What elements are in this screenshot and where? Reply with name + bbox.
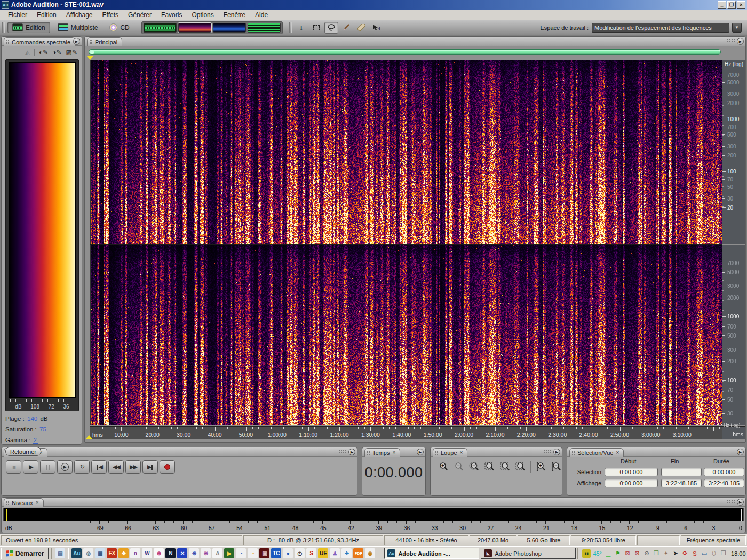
- sbp-app-icon[interactable]: S: [306, 548, 316, 558]
- zoom-tab-close-icon[interactable]: ×: [460, 450, 463, 455]
- audio-pause-indicator-icon[interactable]: ▮▮: [582, 549, 591, 558]
- media-ring-app-icon[interactable]: ◎: [83, 548, 93, 558]
- spectral-phase-display-view[interactable]: [248, 23, 281, 33]
- spot-healing-brush-tool[interactable]: [354, 22, 368, 34]
- spectral-color-gradient[interactable]: [9, 62, 76, 398]
- timeline-ruler[interactable]: hms10:0020:0030:0040:0050:001:00:001:10:…: [90, 426, 722, 439]
- calculator-icon[interactable]: ▦: [95, 548, 105, 558]
- time-selection-tool[interactable]: I: [295, 22, 308, 34]
- start-button[interactable]: Démarrer: [1, 548, 49, 559]
- waveform-display-view[interactable]: [144, 23, 177, 33]
- green-media-app-icon[interactable]: ▶: [224, 548, 234, 558]
- selection-tab-close-icon[interactable]: ×: [616, 450, 619, 455]
- word-icon[interactable]: W: [142, 548, 152, 558]
- media-player-icon[interactable]: ◉: [365, 548, 375, 558]
- playhead-marker-top[interactable]: [87, 56, 93, 60]
- spectral-frequency-display-view[interactable]: [178, 23, 211, 33]
- menu-fenetre[interactable]: Fenêtre: [219, 10, 250, 20]
- ultraedit-icon[interactable]: UE: [318, 548, 328, 558]
- main-panel-menu-icon[interactable]: ▶: [737, 38, 744, 45]
- fx-app-icon[interactable]: FX: [107, 548, 117, 558]
- affichage-duree-field[interactable]: 3:22:48.185: [704, 479, 744, 487]
- minimize-button[interactable]: _: [718, 1, 726, 9]
- edit-palette-icon-3[interactable]: ▨✎: [66, 49, 77, 56]
- scrollbar-thumb-edge[interactable]: [90, 50, 94, 54]
- globe-blue-icon[interactable]: ◔: [236, 548, 246, 558]
- pause-button[interactable]: [40, 460, 55, 474]
- pen-tool-app-icon[interactable]: ✕: [177, 548, 187, 558]
- fast-forward-button[interactable]: ▶▶: [125, 460, 141, 474]
- zoom-in-horizontal-button[interactable]: +: [436, 460, 450, 474]
- play-button[interactable]: ▶: [23, 460, 38, 474]
- workspace-select[interactable]: Modification de l'espacement des fréquen…: [592, 23, 729, 33]
- menu-aide[interactable]: Aide: [250, 10, 273, 20]
- restore-button[interactable]: ❐: [727, 1, 736, 9]
- levels-tab[interactable]: Niveaux ×: [4, 498, 44, 507]
- time-tab[interactable]: Temps ×: [364, 448, 400, 457]
- network-offline-1-icon[interactable]: ⊠: [623, 549, 632, 558]
- spectral-pan-display-view[interactable]: [213, 23, 246, 33]
- display-settings-icon[interactable]: ▭: [700, 549, 709, 558]
- reverse-button[interactable]: Retourner: [5, 447, 41, 456]
- star-app-1-icon[interactable]: ✳: [189, 548, 199, 558]
- principal-tab[interactable]: Principal: [87, 37, 122, 46]
- flag-status-icon[interactable]: ⚑: [614, 549, 622, 558]
- task-adobe-photoshop[interactable]: ◣Adobe Photoshop: [481, 548, 576, 559]
- time-panel-menu-icon[interactable]: ▶: [417, 449, 424, 455]
- minimized-strip-icon[interactable]: ▁: [604, 549, 613, 558]
- dark-red-app-icon[interactable]: ▣: [259, 548, 269, 558]
- selection-duree-field[interactable]: 0:00.000: [704, 468, 744, 476]
- zoom-in-vertical-button[interactable]: +: [534, 460, 548, 474]
- netscape-icon[interactable]: N: [165, 548, 176, 558]
- zoom-in-left-edge-selection-button[interactable]: [498, 460, 512, 474]
- selection-panel-menu-icon[interactable]: ▶: [737, 449, 744, 455]
- menu-affichage[interactable]: Affichage: [61, 10, 98, 20]
- menu-edition[interactable]: Edition: [32, 10, 61, 20]
- globe-gold-icon[interactable]: ◔: [248, 548, 258, 558]
- workspace-dropdown-arrow-icon[interactable]: ▼: [732, 23, 742, 33]
- level-meter[interactable]: [3, 508, 744, 521]
- zoom-tab[interactable]: Loupe ×: [433, 448, 467, 457]
- effects-paintbrush-tool[interactable]: [339, 22, 353, 34]
- zoom-out-horizontal-button[interactable]: −: [451, 460, 466, 474]
- frequency-scale-top[interactable]: Hz (log)70005000300020001000700500300200…: [722, 60, 745, 244]
- playhead-marker-bottom[interactable]: [86, 435, 92, 439]
- selection-tab[interactable]: Sélection/Vue ×: [569, 448, 624, 457]
- pointer-utility-icon[interactable]: ✦: [662, 549, 670, 558]
- mouse-settings-icon[interactable]: ⬯: [710, 549, 718, 558]
- stop-button[interactable]: ■: [6, 460, 21, 474]
- star-app-2-icon[interactable]: ✳: [201, 548, 211, 558]
- selection-fin-field[interactable]: [661, 468, 702, 476]
- edit-palette-icon-2[interactable]: ◑✎: [52, 49, 61, 56]
- affichage-debut-field[interactable]: 0:00.000: [605, 479, 658, 487]
- sync-utility-icon[interactable]: ⟳: [681, 549, 689, 558]
- document-viewer-icon[interactable]: A: [212, 548, 222, 558]
- multipiste-mode-button[interactable]: Multipiste: [53, 22, 102, 33]
- airplane-app-icon[interactable]: ✈: [341, 548, 352, 558]
- scheduler-icon[interactable]: ❒: [719, 549, 728, 558]
- lasso-selection-tool[interactable]: [324, 22, 338, 34]
- zoom-in-right-edge-selection-button[interactable]: [513, 460, 528, 474]
- zoom-out-full-button[interactable]: −: [467, 460, 481, 474]
- gamma-value[interactable]: 2: [33, 437, 38, 444]
- zoom-to-selection-button[interactable]: [482, 460, 497, 474]
- scrub-tool[interactable]: [369, 22, 383, 34]
- selection-debut-field[interactable]: 0:00.000: [605, 468, 658, 476]
- network-offline-2-icon[interactable]: ⊠: [633, 549, 641, 558]
- blocked-device-icon[interactable]: ⊘: [642, 549, 651, 558]
- purple-figure-app-icon[interactable]: ♟: [330, 548, 340, 558]
- go-to-end-button[interactable]: ▶: [142, 460, 158, 474]
- rewind-button[interactable]: ◀◀: [108, 460, 124, 474]
- menu-effets[interactable]: Effets: [98, 10, 123, 20]
- package-utility-icon[interactable]: ❒: [652, 549, 661, 558]
- levels-panel-menu-icon[interactable]: ▶: [737, 499, 744, 506]
- zoom-panel-menu-icon[interactable]: ▶: [553, 449, 560, 455]
- go-to-beginning-button[interactable]: ◀: [91, 460, 107, 474]
- cd-mode-button[interactable]: CD: [105, 22, 133, 33]
- spectral-panel-tab[interactable]: Commandes spectrale: [4, 37, 75, 46]
- horizontal-scrollbar[interactable]: [89, 49, 721, 55]
- planet-app-icon[interactable]: ⊕: [154, 548, 164, 558]
- record-button[interactable]: [160, 460, 175, 474]
- clock-app-icon[interactable]: ◷: [295, 548, 305, 558]
- toolbar-grip[interactable]: [2, 22, 5, 33]
